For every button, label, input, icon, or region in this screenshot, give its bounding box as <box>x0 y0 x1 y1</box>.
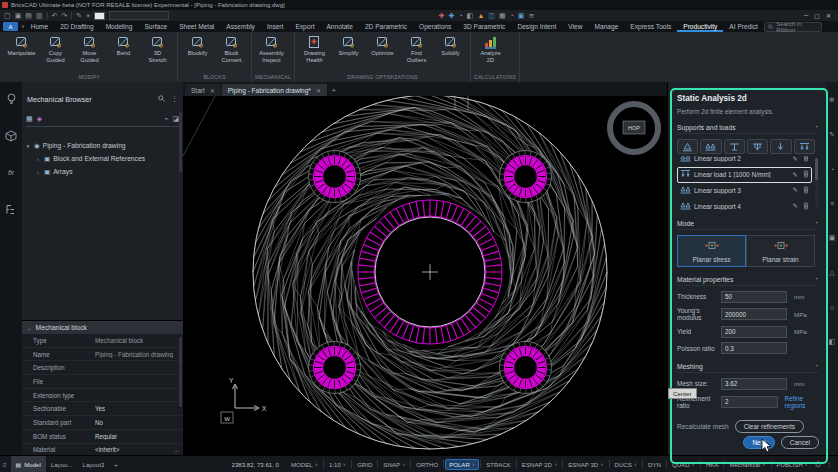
ribbon-button-bend[interactable]: Bend <box>107 33 140 57</box>
ribbon-tab-express-tools[interactable]: Express Tools <box>624 21 677 32</box>
qat-icon-1[interactable]: ▢ <box>4 12 11 19</box>
ribbon-button-move-guided[interactable]: Move Guided <box>73 33 106 63</box>
mode-planar-strain-button[interactable]: Planar strain <box>746 235 815 267</box>
ribbon-button-blockify[interactable]: Blockify <box>181 33 214 57</box>
edit-pencil-icon[interactable]: ✎ <box>793 186 798 194</box>
ribbon-button-simplify[interactable]: Simplify <box>332 33 365 57</box>
status-toggle-quad[interactable]: QUAD∨ <box>668 459 699 470</box>
ribbon-tab-2d-parametric[interactable]: 2D Parametric <box>359 21 413 32</box>
statusbar-overflow-icon[interactable]: ⋮ <box>826 461 832 468</box>
delete-trash-icon[interactable] <box>803 156 809 163</box>
panel-strip-icon-6[interactable]: △ <box>829 269 834 277</box>
field-input-young-s-modulus[interactable]: 200000 <box>721 308 787 320</box>
supports-section-header[interactable]: Supports and loads ⌃ <box>677 124 819 134</box>
status-toggle-hka[interactable]: HKA <box>702 459 723 470</box>
status-toggle-snap[interactable]: SNAP∨ <box>379 459 409 470</box>
refine-regions-link[interactable]: Refine regions <box>785 395 819 409</box>
ribbon-tab-annotate[interactable]: Annotate <box>320 21 358 32</box>
maximize-icon[interactable]: ▢ <box>814 12 820 19</box>
browser-scrollbar[interactable] <box>179 112 182 172</box>
qat-icon-3[interactable]: ▤ <box>25 12 32 19</box>
ribbon-tab-ai-predict[interactable]: AI Predict <box>723 21 764 32</box>
status-toggle-publish[interactable]: PUBLISH∨ <box>773 459 812 470</box>
status-toggle-esnap-2d[interactable]: ESNAP 2D∨ <box>518 459 561 470</box>
qat-right-icon-1[interactable]: ✚ <box>439 12 445 19</box>
edit-pencil-icon[interactable]: ✎ <box>793 156 798 163</box>
qat-right-icon-6[interactable]: ◫ <box>488 12 495 19</box>
ribbon-tab-design-intent[interactable]: Design Intent <box>511 21 562 32</box>
ribbon-tab-home[interactable]: Home <box>25 21 55 32</box>
qat-right-icon-8[interactable]: ◔ <box>510 12 514 19</box>
statusbar-menu-icon[interactable]: ≡ <box>3 461 7 468</box>
panel-strip-icon-2[interactable]: ✎ <box>829 131 835 139</box>
mode-collapse-icon[interactable]: ⌃ <box>814 221 819 227</box>
property-row-description[interactable]: Description <box>22 361 183 375</box>
clear-refinements-button[interactable]: Clear refinements <box>735 420 804 433</box>
mode-planar-stress-button[interactable]: Planar stress <box>677 235 746 267</box>
ribbon-tab-view[interactable]: View <box>562 21 588 32</box>
qat-right-icon-2[interactable]: ✚ <box>449 12 455 19</box>
ribbon-search[interactable]: Search in Ribbon <box>764 22 822 32</box>
application-menu-button[interactable]: A <box>3 22 18 31</box>
tree-caret-icon[interactable]: ▾ <box>25 143 31 149</box>
layout-tab-model[interactable]: ▤Model <box>11 456 46 472</box>
dropdown-caret-icon[interactable]: ∨ <box>315 462 318 467</box>
props-scrollbar[interactable] <box>179 337 182 407</box>
ribbon-tab-insert[interactable]: Insert <box>261 21 290 32</box>
qat-icon-5[interactable]: ↶ <box>52 12 58 19</box>
recalculate-mesh-link[interactable]: Recalculate mesh <box>677 423 729 430</box>
panel-strip-icon-4[interactable]: ≡ <box>830 200 834 207</box>
ribbon-button-assembly-inspect[interactable]: Assembly Inspect <box>255 33 288 63</box>
model-cube-icon[interactable] <box>5 129 18 142</box>
qat-right-icon-9[interactable]: ▣ <box>518 12 525 19</box>
dropdown-caret-icon[interactable]: ∨ <box>402 462 405 467</box>
qat-icon-2[interactable]: ▣ <box>15 12 22 19</box>
browser-settings-icon[interactable]: ◪ <box>172 115 179 123</box>
ribbon-button-analyze-2d[interactable]: Analyze 2D <box>474 33 507 63</box>
supports-scrollbar[interactable] <box>815 158 818 208</box>
tree-item-block-and-external-references[interactable]: ›▣Block and External References <box>25 152 180 165</box>
tree-caret-icon[interactable]: › <box>35 169 41 175</box>
cancel-button[interactable]: Cancel <box>781 436 819 449</box>
status-toggle-esnap-3d[interactable]: ESNAP 3D∨ <box>564 459 607 470</box>
panel-strip-icon-8[interactable]: ◧ <box>829 338 836 346</box>
browser-filter-icon[interactable]: ◈ <box>37 115 42 123</box>
browser-link-icon[interactable]: ⌁ <box>164 115 168 123</box>
parameters-fx-icon[interactable]: fx <box>5 166 18 179</box>
ribbon-tab-modeling[interactable]: Modeling <box>100 21 139 32</box>
document-tab-piping-fabrication-drawing[interactable]: Piping - Fabrication drawing*✕ <box>222 84 327 96</box>
tab-close-icon[interactable]: ✕ <box>316 87 321 94</box>
toolbar-fixed-support-button[interactable] <box>724 139 745 154</box>
structure-tree-icon[interactable] <box>5 203 18 216</box>
ribbon-button-find-outliers[interactable]: Find Outliers <box>400 33 433 63</box>
ribbon-button-solidify[interactable]: Solidify <box>434 33 467 57</box>
field-input-refinement-ratio[interactable]: 2 <box>721 396 778 408</box>
layout-tab-layou[interactable]: Layou... <box>46 456 78 472</box>
panel-strip-icon-3[interactable]: ◔ <box>830 166 834 173</box>
browser-menu-icon[interactable]: ⋮ <box>171 95 178 103</box>
field-input-mesh-size[interactable]: 3.62 <box>721 378 787 390</box>
ribbon-button-block-convert[interactable]: Block Convert <box>215 33 248 63</box>
qat-icon-4[interactable]: ▥ <box>36 12 43 19</box>
minimize-icon[interactable]: ─ <box>804 12 808 19</box>
qat-right-icon-3[interactable]: ◔ <box>459 12 463 19</box>
browser-search-icon[interactable] <box>158 95 165 102</box>
ribbon-tab-2d-drafting[interactable]: 2D Drafting <box>54 21 99 32</box>
property-row-extension-type[interactable]: Extension type <box>22 389 183 403</box>
dropdown-caret-icon[interactable]: ∨ <box>343 462 346 467</box>
meshing-collapse-icon[interactable]: ⌃ <box>814 364 819 370</box>
field-input-poisson-ratio[interactable]: 0.3 <box>721 342 787 354</box>
status-toggle-polar[interactable]: POLAR∨ <box>445 459 479 470</box>
mode-section-header[interactable]: Mode ⌃ <box>677 220 819 230</box>
ribbon-button-optimize[interactable]: Optimize <box>366 33 399 57</box>
property-row-bom-status[interactable]: BOM statusRegular <box>22 430 183 444</box>
layout-tab-layout3[interactable]: Layout3 <box>78 456 110 472</box>
color-swatch[interactable] <box>94 12 105 20</box>
dropdown-caret-icon[interactable]: ∨ <box>554 462 557 467</box>
field-input-yield[interactable]: 200 <box>721 326 787 338</box>
new-tab-button[interactable]: + <box>328 84 340 96</box>
pen-icon[interactable]: ✎ <box>76 12 82 19</box>
ribbon-tab-surface[interactable]: Surface <box>138 21 173 32</box>
panel-strip-icon-7[interactable]: ⌂ <box>830 304 834 311</box>
ribbon-button-3d-stretch[interactable]: 3D Stretch <box>141 33 174 63</box>
